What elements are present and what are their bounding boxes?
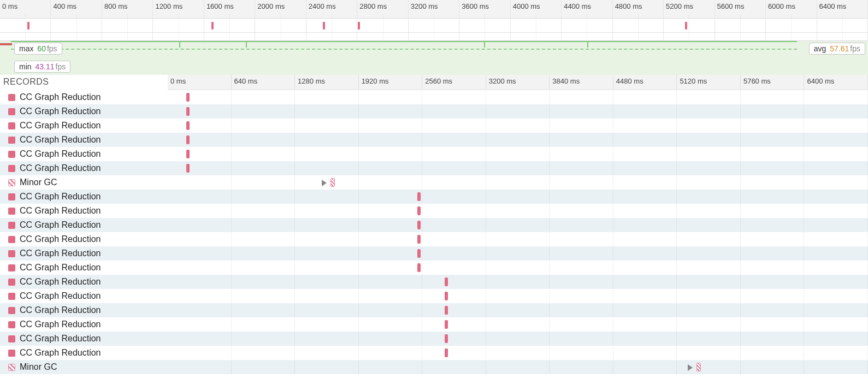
waterfall-row-track[interactable] — [168, 332, 868, 346]
waterfall-marker[interactable] — [417, 249, 421, 258]
waterfall-row-label[interactable]: CC Graph Reduction — [0, 232, 168, 246]
waterfall-marker[interactable] — [186, 135, 190, 144]
waterfall-marker[interactable] — [417, 235, 421, 244]
overview-event-marker[interactable] — [358, 22, 360, 29]
overview-event-marker[interactable] — [27, 22, 29, 29]
waterfall-row-label[interactable]: CC Graph Reduction — [0, 190, 168, 204]
fps-avg-value: 57.61 — [830, 44, 849, 53]
overview-tick-label: 3200 ms — [411, 2, 438, 10]
fps-notch — [587, 41, 588, 48]
waterfall-row-label[interactable]: CC Graph Reduction — [0, 303, 168, 317]
overview-event-marker[interactable] — [211, 22, 214, 29]
overview-tick-label: 6400 ms — [819, 2, 847, 10]
waterfall-row-label[interactable]: CC Graph Reduction — [0, 204, 168, 218]
waterfall-row-label[interactable]: Minor GC — [0, 175, 168, 190]
overview-event-marker[interactable] — [323, 22, 325, 29]
waterfall-row-name: CC Graph Reduction — [20, 249, 101, 258]
expand-row-icon[interactable] — [688, 364, 693, 371]
waterfall-tick-label: 1920 ms — [362, 77, 389, 85]
waterfall-row-label[interactable]: CC Graph Reduction — [0, 133, 168, 147]
waterfall-row-track[interactable] — [168, 232, 868, 246]
waterfall-row-label[interactable]: CC Graph Reduction — [0, 147, 168, 161]
waterfall-row-label[interactable]: CC Graph Reduction — [0, 104, 168, 119]
waterfall-tick-col: 4480 ms — [613, 75, 677, 90]
waterfall-row-label[interactable]: CC Graph Reduction — [0, 261, 168, 275]
waterfall-marker[interactable] — [186, 107, 190, 116]
waterfall-marker[interactable] — [445, 348, 448, 357]
cc-swatch-icon — [8, 250, 15, 257]
records-table: RECORDS 0 ms640 ms1280 ms1920 ms2560 ms3… — [0, 75, 868, 374]
waterfall-marker[interactable] — [445, 320, 448, 329]
waterfall-marker[interactable] — [445, 292, 448, 300]
waterfall-marker[interactable] — [186, 150, 190, 158]
waterfall-row-label[interactable]: CC Graph Reduction — [0, 346, 168, 360]
waterfall-row-track[interactable] — [168, 161, 868, 175]
waterfall-row-track[interactable] — [168, 275, 868, 289]
waterfall-marker[interactable] — [696, 363, 701, 371]
waterfall-row-track[interactable] — [168, 246, 868, 261]
waterfall-row-label[interactable]: CC Graph Reduction — [0, 275, 168, 289]
waterfall-row-track[interactable] — [168, 190, 868, 204]
waterfall-row-track[interactable] — [168, 119, 868, 133]
cc-swatch-icon — [8, 335, 15, 342]
fps-max-value: 60 — [37, 44, 46, 53]
waterfall-marker[interactable] — [417, 263, 421, 272]
waterfall-row-track[interactable] — [168, 289, 868, 303]
overview-tick-label: 6000 ms — [768, 2, 795, 10]
overview-event-marker[interactable] — [685, 22, 687, 29]
waterfall-marker[interactable] — [417, 221, 421, 229]
waterfall-row-track[interactable] — [168, 147, 868, 161]
waterfall-row-track[interactable] — [168, 175, 868, 190]
waterfall-row-track[interactable] — [168, 133, 868, 147]
waterfall-row-track[interactable] — [168, 261, 868, 275]
waterfall-row-name: CC Graph Reduction — [20, 334, 101, 344]
fps-notch — [179, 41, 180, 48]
waterfall-row-label[interactable]: CC Graph Reduction — [0, 332, 168, 346]
waterfall-tick-label: 640 ms — [234, 77, 258, 85]
waterfall-row-name: CC Graph Reduction — [20, 234, 101, 244]
waterfall-row-label[interactable]: CC Graph Reduction — [0, 289, 168, 303]
waterfall-row-track[interactable] — [168, 218, 868, 232]
fps-notch — [246, 41, 247, 48]
waterfall-tick-col: 3840 ms — [550, 75, 613, 90]
overview-timeline[interactable]: 0 ms400 ms800 ms1200 ms1600 ms2000 ms240… — [0, 0, 868, 41]
waterfall-row-label[interactable]: CC Graph Reduction — [0, 119, 168, 133]
waterfall-row-label[interactable]: Minor GC — [0, 360, 168, 374]
waterfall-row-track[interactable] — [168, 90, 868, 104]
waterfall-row-track[interactable] — [168, 303, 868, 317]
waterfall-row-name: CC Graph Reduction — [20, 320, 101, 329]
waterfall-marker[interactable] — [186, 93, 190, 102]
waterfall-row-label[interactable]: CC Graph Reduction — [0, 90, 168, 104]
waterfall-tick-col: 1920 ms — [359, 75, 423, 90]
cc-swatch-icon — [8, 122, 15, 129]
waterfall-marker[interactable] — [445, 306, 448, 315]
cc-swatch-icon — [8, 222, 15, 229]
expand-row-icon[interactable] — [322, 180, 327, 186]
waterfall-marker[interactable] — [445, 277, 448, 286]
waterfall-row-track[interactable] — [168, 317, 868, 332]
overview-tick-label: 1200 ms — [155, 2, 182, 10]
waterfall-row-label[interactable]: CC Graph Reduction — [0, 161, 168, 175]
waterfall-row-label[interactable]: CC Graph Reduction — [0, 317, 168, 332]
overview-tick-label: 1600 ms — [206, 2, 234, 10]
waterfall-row-track[interactable] — [168, 346, 868, 360]
waterfall-row-track[interactable] — [168, 104, 868, 119]
waterfall-row-label[interactable]: CC Graph Reduction — [0, 246, 168, 261]
waterfall-header[interactable]: 0 ms640 ms1280 ms1920 ms2560 ms3200 ms38… — [168, 75, 868, 90]
gc-swatch-icon — [8, 179, 15, 186]
fps-max-label: max — [19, 44, 33, 53]
waterfall-tick-label: 5760 ms — [743, 77, 771, 85]
waterfall-marker[interactable] — [186, 121, 190, 130]
overview-tick-label: 0 ms — [2, 2, 17, 10]
waterfall-row-track[interactable] — [168, 360, 868, 374]
waterfall-marker[interactable] — [445, 334, 448, 343]
waterfall-row-track[interactable] — [168, 204, 868, 218]
waterfall-marker[interactable] — [186, 164, 190, 173]
waterfall-marker[interactable] — [417, 206, 421, 215]
fps-min-unit: fps — [56, 62, 66, 71]
waterfall-row-name: CC Graph Reduction — [20, 163, 101, 173]
waterfall-row-label[interactable]: CC Graph Reduction — [0, 218, 168, 232]
waterfall-marker[interactable] — [330, 178, 335, 187]
waterfall-marker[interactable] — [417, 192, 421, 201]
fps-redline-icon — [0, 43, 12, 45]
